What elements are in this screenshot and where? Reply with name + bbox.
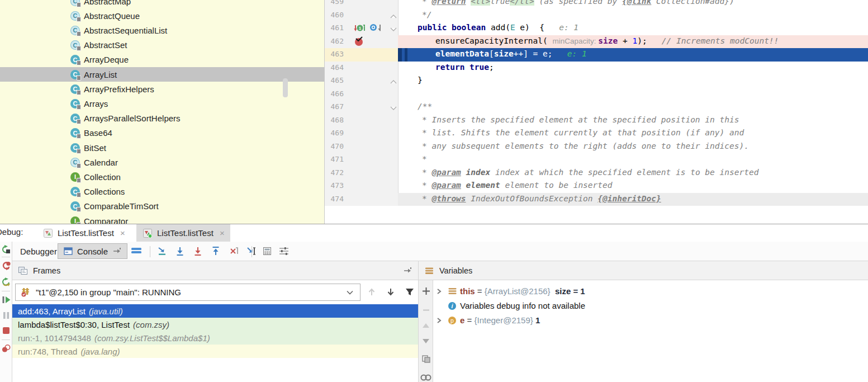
- variables-icon: [424, 266, 435, 276]
- class-icon: C: [70, 158, 80, 167]
- variables-title: Variables: [439, 266, 472, 275]
- code-token: [461, 168, 466, 177]
- tree-item-AbstractQueue[interactable]: CAbstractQueue: [0, 8, 324, 23]
- add-watch-icon[interactable]: [420, 286, 431, 296]
- code-text: public boolean add(E e) { e: 1: [418, 23, 578, 32]
- close-icon[interactable]: ×: [220, 228, 225, 238]
- tree-item-ArrayList[interactable]: CArrayList: [0, 67, 324, 82]
- tree-item-Collection[interactable]: ICollection: [0, 169, 324, 184]
- gutter-cell: 465: [325, 74, 398, 88]
- variable-row-2[interactable]: pe = {Integer@2159} 1: [433, 313, 868, 327]
- tree-item-AbstractSequentialList[interactable]: CAbstractSequentialList: [0, 23, 324, 37]
- pin-arrow-icon[interactable]: [402, 266, 413, 276]
- restart-debug-icon[interactable]: [1, 277, 12, 287]
- expand-icon[interactable]: [433, 288, 445, 295]
- show-execution-point-icon[interactable]: [156, 246, 168, 256]
- line-number: 461: [325, 23, 344, 32]
- tree-item-ComparableTimSort[interactable]: CComparableTimSort: [0, 199, 324, 214]
- fold-up-icon[interactable]: [390, 77, 397, 87]
- code-token: /**: [418, 102, 432, 111]
- rerun-failed-icon[interactable]: [1, 261, 12, 271]
- frame-row-3[interactable]: run:748, Thread(java.lang): [12, 345, 418, 358]
- gutter-cell: 468: [325, 114, 398, 128]
- stop-icon[interactable]: [1, 326, 12, 336]
- frame-row-1[interactable]: lambda$listTest$0:30, ListTest(com.zsy): [12, 318, 418, 331]
- gutter-cell: 460: [325, 9, 398, 22]
- step-out-icon[interactable]: [210, 246, 221, 256]
- code-line-469: 469* list. Shifts the element currently …: [325, 127, 868, 140]
- expand-icon[interactable]: [433, 317, 445, 324]
- close-icon[interactable]: ×: [120, 228, 125, 238]
- code-token: @throws: [431, 194, 466, 203]
- evaluate-loop-icon[interactable]: [420, 373, 431, 382]
- tree-item-Base64[interactable]: CBase64: [0, 126, 324, 140]
- move-up-icon[interactable]: [420, 320, 431, 331]
- tree-item-ArrayDeque[interactable]: CArrayDeque: [0, 53, 324, 67]
- variable-row-1[interactable]: iVariables debug info not available: [433, 299, 868, 313]
- move-down-icon[interactable]: [420, 336, 431, 346]
- code-line-462: 462?ensureCapacityInternal( minCapacity:…: [325, 35, 868, 49]
- current-frame-icon[interactable]: 1: [354, 23, 365, 33]
- tree-item-label: Collections: [84, 187, 125, 196]
- fold-down-icon[interactable]: [390, 24, 397, 34]
- interface-icon: I: [70, 172, 80, 182]
- fold-down-icon[interactable]: [390, 103, 397, 113]
- code-token: @param: [431, 181, 461, 190]
- frame-row-2[interactable]: run:-1, 1014794348(com.zsy.ListTest$$Lam…: [12, 331, 418, 345]
- line-number: 467: [325, 102, 344, 111]
- debug-session-tab-1[interactable]: ListTest.listTest×: [136, 224, 230, 242]
- code-token: index: [466, 168, 491, 177]
- variable-row-0[interactable]: this = {ArrayList@2156} size = 1: [433, 284, 868, 298]
- tree-item-label: AbstractQueue: [84, 11, 140, 21]
- line-number: 474: [325, 195, 344, 203]
- drop-frame-icon[interactable]: [228, 246, 239, 256]
- variable-value: 1: [533, 315, 540, 325]
- class-icon: C: [70, 128, 80, 138]
- tree-item-AbstractMap[interactable]: CAbstractMap: [0, 0, 324, 8]
- layout-icon[interactable]: [131, 246, 142, 256]
- variable-value: size = 1: [551, 286, 585, 296]
- debug-session-tab-0[interactable]: ListTest.listTest×: [37, 224, 131, 242]
- evaluate-expression-icon[interactable]: [262, 246, 273, 256]
- frame-location: run:-1, 1014794348: [18, 333, 91, 343]
- frame-row-0[interactable]: add:463, ArrayList(java.util): [12, 304, 418, 318]
- class-icon: C: [70, 26, 80, 35]
- thread-selector[interactable]: "t1"@2,150 in group "main": RUNNING: [15, 284, 361, 301]
- remove-watch-icon[interactable]: [420, 305, 431, 315]
- trace-settings-icon[interactable]: [278, 246, 290, 256]
- tab-debugger[interactable]: Debugger: [16, 244, 61, 258]
- class-icon: C: [70, 70, 80, 79]
- filter-icon[interactable]: [402, 285, 417, 299]
- pause-icon[interactable]: [1, 310, 12, 320]
- code-line-460: 460*/: [325, 9, 868, 22]
- tree-item-Collections[interactable]: CCollections: [0, 185, 324, 199]
- tab-console[interactable]: Console: [58, 243, 127, 259]
- code-token: [466, 0, 471, 6]
- force-step-into-icon[interactable]: [192, 246, 203, 256]
- tree-item-Arrays[interactable]: CArrays: [0, 96, 324, 111]
- prev-frame-button[interactable]: [364, 285, 379, 299]
- tree-item-Comparator[interactable]: IComparator: [0, 214, 324, 224]
- gutter-cell: 474: [325, 193, 398, 206]
- tree-item-label: ArrayPrefixHelpers: [84, 84, 154, 94]
- code-token: e: 1: [557, 49, 586, 58]
- code-token: size: [598, 36, 618, 45]
- override-icon[interactable]: [369, 23, 381, 33]
- tree-item-ArraysParallelSortHelpers[interactable]: CArraysParallelSortHelpers: [0, 111, 324, 126]
- fold-up-icon[interactable]: [390, 11, 397, 21]
- tree-item-Calendar[interactable]: CCalendar: [0, 155, 324, 169]
- tree-scrollbar[interactable]: [283, 78, 288, 97]
- line-number: 460: [325, 11, 344, 19]
- view-breakpoints-icon[interactable]: [1, 343, 12, 353]
- tree-item-label: Comparator: [84, 216, 128, 224]
- next-frame-button[interactable]: [383, 285, 398, 299]
- tree-item-ArrayPrefixHelpers[interactable]: CArrayPrefixHelpers: [0, 82, 324, 96]
- rerun-icon[interactable]: [1, 244, 12, 254]
- step-over-icon[interactable]: [174, 246, 186, 256]
- resume-icon[interactable]: [1, 295, 12, 305]
- breakpoint-question-icon[interactable]: ?: [354, 36, 365, 46]
- tree-item-BitSet[interactable]: CBitSet: [0, 140, 324, 155]
- duplicate-icon[interactable]: [420, 354, 431, 364]
- tree-item-AbstractSet[interactable]: CAbstractSet: [0, 38, 324, 53]
- frame-package: (java.lang): [80, 347, 120, 356]
